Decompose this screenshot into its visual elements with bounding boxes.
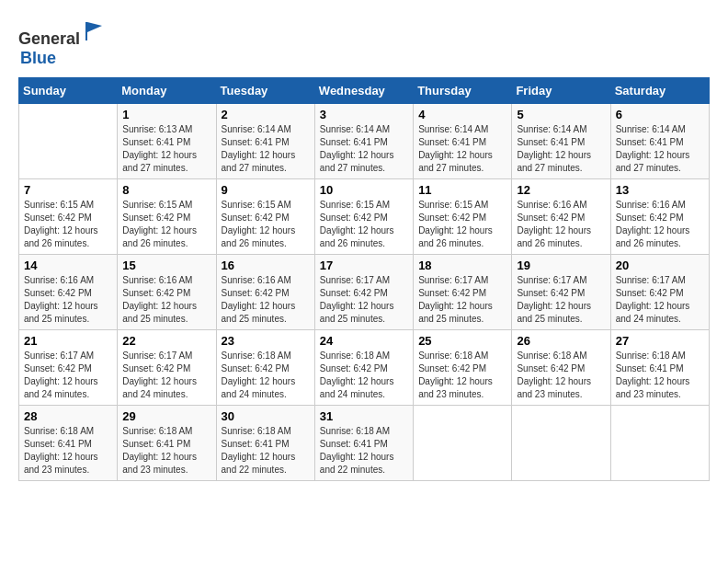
day-number: 10 <box>320 183 408 197</box>
day-info: Sunrise: 6:14 AMSunset: 6:41 PMDaylight:… <box>517 123 605 175</box>
calendar-day-cell: 3Sunrise: 6:14 AMSunset: 6:41 PMDaylight… <box>314 104 413 179</box>
day-number: 29 <box>122 409 210 423</box>
calendar-day-cell: 20Sunrise: 6:17 AMSunset: 6:42 PMDayligh… <box>610 255 709 330</box>
calendar-day-cell: 24Sunrise: 6:18 AMSunset: 6:42 PMDayligh… <box>314 330 413 406</box>
calendar-day-cell <box>610 406 709 481</box>
day-info: Sunrise: 6:14 AMSunset: 6:41 PMDaylight:… <box>222 123 310 175</box>
day-number: 2 <box>222 108 310 121</box>
logo-general: General <box>18 29 80 48</box>
day-number: 19 <box>517 259 605 272</box>
calendar-day-cell: 9Sunrise: 6:15 AMSunset: 6:42 PMDaylight… <box>216 179 314 255</box>
day-number: 14 <box>24 259 112 272</box>
calendar-table: SundayMondayTuesdayWednesdayThursdayFrid… <box>18 77 710 481</box>
calendar-day-cell: 5Sunrise: 6:14 AMSunset: 6:41 PMDaylight… <box>512 104 610 179</box>
day-number: 25 <box>418 334 506 348</box>
calendar-header-row: SundayMondayTuesdayWednesdayThursdayFrid… <box>19 78 710 104</box>
day-of-week-header: Thursday <box>414 78 512 104</box>
day-info: Sunrise: 6:18 AMSunset: 6:41 PMDaylight:… <box>122 425 210 477</box>
calendar-day-cell: 10Sunrise: 6:15 AMSunset: 6:42 PMDayligh… <box>314 179 413 255</box>
calendar-day-cell: 2Sunrise: 6:14 AMSunset: 6:41 PMDaylight… <box>216 104 314 179</box>
calendar-day-cell: 4Sunrise: 6:14 AMSunset: 6:41 PMDaylight… <box>414 104 512 179</box>
day-of-week-header: Friday <box>512 78 610 104</box>
day-number: 18 <box>418 259 506 272</box>
calendar-day-cell: 18Sunrise: 6:17 AMSunset: 6:42 PMDayligh… <box>414 255 512 330</box>
day-info: Sunrise: 6:16 AMSunset: 6:42 PMDaylight:… <box>517 199 605 250</box>
calendar-day-cell: 31Sunrise: 6:18 AMSunset: 6:41 PMDayligh… <box>314 406 413 481</box>
calendar-day-cell: 6Sunrise: 6:14 AMSunset: 6:41 PMDaylight… <box>610 104 709 179</box>
day-info: Sunrise: 6:17 AMSunset: 6:42 PMDaylight:… <box>418 274 506 326</box>
calendar-day-cell: 8Sunrise: 6:15 AMSunset: 6:42 PMDaylight… <box>118 179 216 255</box>
day-number: 24 <box>320 334 408 348</box>
day-number: 22 <box>122 334 210 348</box>
day-number: 3 <box>320 108 408 121</box>
day-info: Sunrise: 6:15 AMSunset: 6:42 PMDaylight:… <box>222 199 310 250</box>
day-of-week-header: Monday <box>118 78 216 104</box>
day-number: 26 <box>517 334 605 348</box>
day-info: Sunrise: 6:16 AMSunset: 6:42 PMDaylight:… <box>122 274 210 326</box>
day-info: Sunrise: 6:16 AMSunset: 6:42 PMDaylight:… <box>616 199 704 250</box>
calendar-day-cell: 28Sunrise: 6:18 AMSunset: 6:41 PMDayligh… <box>19 406 118 481</box>
logo-blue: Blue <box>20 49 56 67</box>
calendar-day-cell: 11Sunrise: 6:15 AMSunset: 6:42 PMDayligh… <box>414 179 512 255</box>
day-info: Sunrise: 6:17 AMSunset: 6:42 PMDaylight:… <box>616 274 704 326</box>
logo-text: General Blue <box>18 18 108 68</box>
day-info: Sunrise: 6:18 AMSunset: 6:41 PMDaylight:… <box>320 425 408 477</box>
day-info: Sunrise: 6:14 AMSunset: 6:41 PMDaylight:… <box>616 123 704 175</box>
day-of-week-header: Saturday <box>610 78 709 104</box>
calendar-day-cell: 7Sunrise: 6:15 AMSunset: 6:42 PMDaylight… <box>19 179 118 255</box>
day-number: 16 <box>222 259 310 272</box>
calendar-week-row: 7Sunrise: 6:15 AMSunset: 6:42 PMDaylight… <box>19 179 710 255</box>
calendar-day-cell: 1Sunrise: 6:13 AMSunset: 6:41 PMDaylight… <box>118 104 216 179</box>
day-info: Sunrise: 6:15 AMSunset: 6:42 PMDaylight:… <box>24 199 112 250</box>
day-info: Sunrise: 6:18 AMSunset: 6:41 PMDaylight:… <box>24 425 112 477</box>
day-info: Sunrise: 6:15 AMSunset: 6:42 PMDaylight:… <box>320 199 408 250</box>
day-info: Sunrise: 6:15 AMSunset: 6:42 PMDaylight:… <box>418 199 506 250</box>
day-info: Sunrise: 6:14 AMSunset: 6:41 PMDaylight:… <box>320 123 408 175</box>
calendar-day-cell: 26Sunrise: 6:18 AMSunset: 6:42 PMDayligh… <box>512 330 610 406</box>
day-info: Sunrise: 6:18 AMSunset: 6:41 PMDaylight:… <box>616 350 704 401</box>
day-number: 6 <box>616 108 704 121</box>
day-number: 21 <box>24 334 112 348</box>
day-number: 5 <box>517 108 605 121</box>
day-of-week-header: Wednesday <box>314 78 413 104</box>
calendar-day-cell: 25Sunrise: 6:18 AMSunset: 6:42 PMDayligh… <box>414 330 512 406</box>
calendar-week-row: 28Sunrise: 6:18 AMSunset: 6:41 PMDayligh… <box>19 406 710 481</box>
day-number: 12 <box>517 183 605 197</box>
calendar-day-cell: 13Sunrise: 6:16 AMSunset: 6:42 PMDayligh… <box>610 179 709 255</box>
day-number: 17 <box>320 259 408 272</box>
calendar-day-cell: 27Sunrise: 6:18 AMSunset: 6:41 PMDayligh… <box>610 330 709 406</box>
day-number: 28 <box>24 409 112 423</box>
calendar-week-row: 14Sunrise: 6:16 AMSunset: 6:42 PMDayligh… <box>19 255 710 330</box>
day-number: 8 <box>122 183 210 197</box>
day-info: Sunrise: 6:18 AMSunset: 6:42 PMDaylight:… <box>320 350 408 401</box>
day-number: 9 <box>222 183 310 197</box>
svg-marker-0 <box>85 22 102 40</box>
calendar-day-cell: 19Sunrise: 6:17 AMSunset: 6:42 PMDayligh… <box>512 255 610 330</box>
day-info: Sunrise: 6:15 AMSunset: 6:42 PMDaylight:… <box>122 199 210 250</box>
day-info: Sunrise: 6:18 AMSunset: 6:41 PMDaylight:… <box>222 425 310 477</box>
day-info: Sunrise: 6:18 AMSunset: 6:42 PMDaylight:… <box>222 350 310 401</box>
calendar-day-cell <box>19 104 118 179</box>
day-info: Sunrise: 6:18 AMSunset: 6:42 PMDaylight:… <box>418 350 506 401</box>
day-number: 23 <box>222 334 310 348</box>
day-info: Sunrise: 6:17 AMSunset: 6:42 PMDaylight:… <box>320 274 408 326</box>
calendar-day-cell: 14Sunrise: 6:16 AMSunset: 6:42 PMDayligh… <box>19 255 118 330</box>
calendar-day-cell: 17Sunrise: 6:17 AMSunset: 6:42 PMDayligh… <box>314 255 413 330</box>
day-of-week-header: Tuesday <box>216 78 314 104</box>
calendar-day-cell: 30Sunrise: 6:18 AMSunset: 6:41 PMDayligh… <box>216 406 314 481</box>
day-number: 4 <box>418 108 506 121</box>
day-info: Sunrise: 6:18 AMSunset: 6:42 PMDaylight:… <box>517 350 605 401</box>
day-info: Sunrise: 6:14 AMSunset: 6:41 PMDaylight:… <box>418 123 506 175</box>
calendar-day-cell: 23Sunrise: 6:18 AMSunset: 6:42 PMDayligh… <box>216 330 314 406</box>
day-info: Sunrise: 6:16 AMSunset: 6:42 PMDaylight:… <box>222 274 310 326</box>
calendar-day-cell <box>414 406 512 481</box>
day-number: 30 <box>222 409 310 423</box>
calendar-day-cell: 15Sunrise: 6:16 AMSunset: 6:42 PMDayligh… <box>118 255 216 330</box>
page-header: General Blue <box>18 18 710 68</box>
calendar-day-cell: 29Sunrise: 6:18 AMSunset: 6:41 PMDayligh… <box>118 406 216 481</box>
day-number: 27 <box>616 334 704 348</box>
day-info: Sunrise: 6:17 AMSunset: 6:42 PMDaylight:… <box>122 350 210 401</box>
day-info: Sunrise: 6:17 AMSunset: 6:42 PMDaylight:… <box>24 350 112 401</box>
calendar-day-cell: 16Sunrise: 6:16 AMSunset: 6:42 PMDayligh… <box>216 255 314 330</box>
calendar-day-cell: 12Sunrise: 6:16 AMSunset: 6:42 PMDayligh… <box>512 179 610 255</box>
